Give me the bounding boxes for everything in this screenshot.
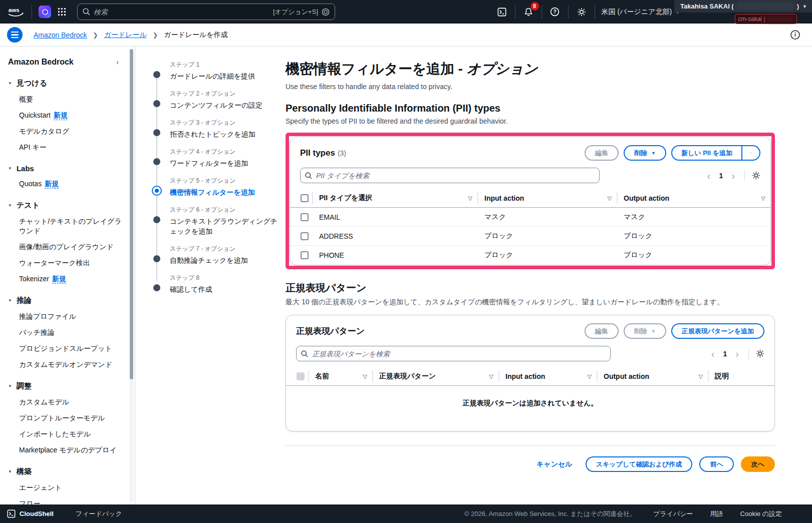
cloudshell-button[interactable]: CloudShell xyxy=(7,509,54,518)
amazon-q-icon[interactable] xyxy=(39,6,51,18)
filter-icon[interactable]: ▽ xyxy=(604,195,612,202)
filter-icon[interactable]: ▽ xyxy=(757,195,765,202)
sidebar-item-overview[interactable]: 概要 xyxy=(19,95,123,104)
search-input[interactable] xyxy=(94,8,273,16)
sidebar-item-watermark-detection[interactable]: ウォーターマーク検出 xyxy=(19,258,123,268)
notification-badge: 8 xyxy=(530,2,539,11)
sidebar-item-tokenizer[interactable]: Tokenizer新規 xyxy=(19,274,123,284)
sidebar-item-model-catalog[interactable]: モデルカタログ xyxy=(19,127,123,136)
table-preferences-gear-icon[interactable] xyxy=(752,171,760,180)
wizard-step-1[interactable]: ステップ 1 ガードレールの詳細を提供 xyxy=(152,61,281,81)
filter-icon[interactable]: ▽ xyxy=(464,195,472,202)
wizard-step-5-active[interactable]: ステップ 5 - オプション 機密情報フィルターを追加 xyxy=(152,177,281,197)
delete-button[interactable]: 削除▼ xyxy=(624,145,666,161)
terms-link[interactable]: 用語 xyxy=(710,509,723,518)
previous-page-icon[interactable]: ‹ xyxy=(709,349,717,359)
regex-table-header: 名前▽ 正規表現パターン▽ Input action▽ Output actio… xyxy=(286,367,774,386)
aws-logo[interactable]: aws xyxy=(7,6,25,19)
wizard-step-7[interactable]: ステップ 7 - オプション 自動推論チェックを追加 xyxy=(152,245,281,265)
sidebar-section-tuning[interactable]: ▼ 調整 xyxy=(8,381,123,391)
sidebar-scrollbar[interactable] xyxy=(130,49,133,502)
cancel-button[interactable]: キャンセル xyxy=(536,460,573,469)
row-checkbox[interactable] xyxy=(301,213,309,221)
regex-search-input[interactable] xyxy=(296,346,611,361)
step-wizard: ステップ 1 ガードレールの詳細を提供 ステップ 2 - オプション コンテンツ… xyxy=(136,47,286,504)
sidebar-item-imported-models[interactable]: インポートしたモデル xyxy=(19,429,123,439)
edit-button[interactable]: 編集 xyxy=(585,323,619,339)
row-checkbox[interactable] xyxy=(301,232,309,240)
sidebar-item-agents[interactable]: エージェント xyxy=(19,483,123,492)
filter-icon[interactable]: ▽ xyxy=(485,373,493,380)
step-dot-active-icon xyxy=(152,186,162,196)
delete-button[interactable]: 削除▼ xyxy=(624,323,666,339)
regex-section-heading: 正規表現パターン xyxy=(286,281,775,295)
sidebar-section-test[interactable]: ▼ テスト xyxy=(8,201,123,210)
add-pii-button[interactable]: 新しい PII を追加 xyxy=(672,146,741,160)
scrollbar-thumb[interactable] xyxy=(130,49,133,379)
hamburger-menu-icon[interactable] xyxy=(7,27,23,43)
pii-search-input[interactable] xyxy=(300,168,600,183)
sidebar-item-api-keys[interactable]: API キー xyxy=(19,143,123,152)
page-number[interactable]: 1 xyxy=(716,172,726,180)
filter-icon[interactable]: ▽ xyxy=(359,373,367,380)
next-page-icon[interactable]: › xyxy=(729,171,737,181)
edit-button[interactable]: 編集 xyxy=(585,145,619,161)
filter-icon[interactable]: ▽ xyxy=(584,373,592,380)
sidebar-item-batch-inference[interactable]: バッチ推論 xyxy=(19,328,123,337)
page-number[interactable]: 1 xyxy=(720,350,730,358)
sidebar-item-quotas[interactable]: Quotas新規 xyxy=(19,179,123,189)
wizard-step-3[interactable]: ステップ 3 - オプション 拒否されたトピックを追加 xyxy=(152,119,281,139)
privacy-link[interactable]: プライバシー xyxy=(653,509,693,518)
pii-pagination: ‹ 1 › xyxy=(705,170,760,181)
sidebar-item-chat-playground[interactable]: チャット/テキストのプレイグラウンド xyxy=(19,217,123,236)
user-menu[interactable]: Takahisa SAKAI ( ) ▼ xyxy=(674,0,812,13)
triangle-down-icon: ▼ xyxy=(8,81,12,86)
next-button[interactable]: 次へ xyxy=(741,456,775,472)
help-icon[interactable]: ? xyxy=(549,6,562,19)
pii-row-email: EMAIL マスク マスク xyxy=(290,208,770,227)
table-preferences-gear-icon[interactable] xyxy=(756,349,764,358)
settings-gear-icon[interactable] xyxy=(575,6,588,19)
add-pii-dropdown-caret[interactable]: ▼ xyxy=(741,146,759,160)
apps-grid-icon[interactable] xyxy=(58,8,66,16)
notifications-bell-icon[interactable]: 8 xyxy=(522,6,535,19)
sidebar-section-build[interactable]: ▼ 構築 xyxy=(8,467,123,476)
sidebar-item-marketplace-model-deploy[interactable]: Marketplace モデルのデプロイ xyxy=(19,445,123,455)
row-checkbox[interactable] xyxy=(301,251,309,259)
sidebar-item-inference-profiles[interactable]: 推論プロファイル xyxy=(19,312,123,321)
skip-to-review-button[interactable]: スキップして確認および作成 xyxy=(586,456,693,472)
sidebar-item-custom-model-on-demand[interactable]: カスタムモデルオンデマンド xyxy=(19,360,123,369)
breadcrumb-amazon-bedrock[interactable]: Amazon Bedrock xyxy=(34,31,87,39)
sidebar-section-labs[interactable]: ▼ Labs xyxy=(8,164,123,173)
divider xyxy=(32,6,32,19)
cloudshell-terminal-icon[interactable] xyxy=(495,6,508,19)
sidebar-item-image-video-playground[interactable]: 画像/動画のプレイグラウンド xyxy=(19,242,123,252)
sidebar-navigation: Amazon Bedrock ‹ ▼ 見つける 概要 Quickstart新規 … xyxy=(0,47,135,504)
wizard-step-4[interactable]: ステップ 4 - オプション ワードフィルターを追加 xyxy=(152,148,281,168)
search-icon xyxy=(82,8,91,16)
sidebar-section-inference[interactable]: ▼ 推論 xyxy=(8,296,123,305)
region-selector[interactable]: 米国 (バージニア北部) ▼ xyxy=(602,8,680,17)
sidebar-collapse-icon[interactable]: ‹ xyxy=(116,58,119,66)
add-regex-button[interactable]: 正規表現パターンを追加 xyxy=(671,323,764,339)
feedback-button[interactable]: フィードバック xyxy=(76,509,122,518)
select-all-checkbox[interactable] xyxy=(301,194,309,202)
divider xyxy=(568,6,569,19)
sidebar-item-custom-models[interactable]: カスタムモデル xyxy=(19,397,123,407)
breadcrumb-guardrails[interactable]: ガードレール xyxy=(104,31,147,40)
sidebar-item-prompt-router-models[interactable]: プロンプトルーターモデル xyxy=(19,413,123,423)
info-icon[interactable]: i xyxy=(790,30,800,40)
previous-button[interactable]: 前へ xyxy=(699,456,733,472)
previous-page-icon[interactable]: ‹ xyxy=(705,171,713,181)
wizard-step-6[interactable]: ステップ 6 - オプション コンテキストグラウンディングチェックを追加 xyxy=(152,206,281,236)
next-page-icon[interactable]: › xyxy=(733,349,741,359)
wizard-step-2[interactable]: ステップ 2 - オプション コンテンツフィルターの設定 xyxy=(152,90,281,110)
wizard-step-8[interactable]: ステップ 8 確認して作成 xyxy=(152,274,281,294)
sidebar-item-provisioned-throughput[interactable]: プロビジョンドスループット xyxy=(19,344,123,353)
cookie-settings-link[interactable]: Cookie の設定 xyxy=(740,509,782,518)
filter-icon[interactable]: ▽ xyxy=(695,373,703,380)
sidebar-item-flows[interactable]: フロー xyxy=(19,499,123,504)
sidebar-section-discover[interactable]: ▼ 見つける xyxy=(8,79,123,88)
step-dot-icon xyxy=(153,284,160,291)
sidebar-item-quickstart[interactable]: Quickstart新規 xyxy=(19,111,123,120)
